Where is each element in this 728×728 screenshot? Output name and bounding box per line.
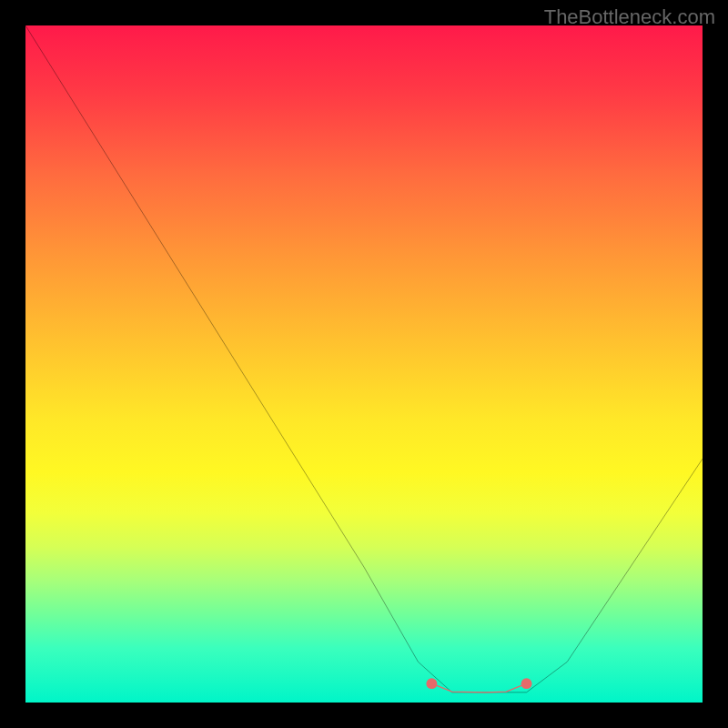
target-range-start-dot xyxy=(426,678,437,689)
target-range-line xyxy=(431,683,526,693)
target-range-end-dot xyxy=(521,678,532,689)
plot-svg xyxy=(25,25,703,703)
bottleneck-plot xyxy=(25,25,703,703)
bottleneck-curve-line xyxy=(25,25,703,693)
